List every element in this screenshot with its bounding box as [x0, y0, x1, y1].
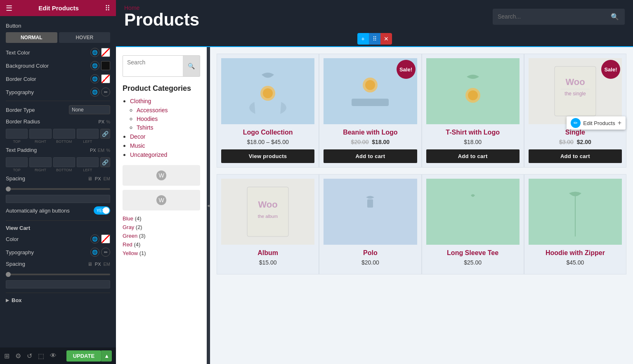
- color-filter-yellow: Yellow (1): [123, 249, 200, 257]
- vc-sp-px-unit[interactable]: PX: [95, 262, 101, 267]
- color-filter-gray-link[interactable]: Gray (2): [123, 224, 142, 230]
- sidebar-search-btn[interactable]: 🔍: [183, 56, 200, 76]
- text-padding-labels: TOP RIGHT BOTTOM LEFT: [6, 168, 110, 172]
- color-filter-blue-link[interactable]: Blue (4): [123, 215, 142, 222]
- text-padding-bottom[interactable]: [53, 157, 75, 167]
- pct-unit[interactable]: %: [106, 119, 110, 124]
- price-sale-beanie: $18.00: [372, 139, 390, 145]
- subcat-accessories-link[interactable]: Accessories: [137, 107, 168, 113]
- eye-icon[interactable]: 👁: [50, 352, 57, 359]
- vc-color-swatch[interactable]: [101, 234, 110, 243]
- cat-uncategorized-link[interactable]: Uncategorized: [130, 151, 167, 158]
- typography-edit-btn[interactable]: ✏: [101, 87, 110, 97]
- single-svg: Woo the single: [553, 64, 598, 118]
- border-radius-right[interactable]: [29, 129, 51, 139]
- settings-icon[interactable]: ⚙: [15, 352, 21, 360]
- svg-text:the single: the single: [565, 91, 586, 97]
- subcat-tshirts-link[interactable]: Tshirts: [137, 124, 153, 131]
- categories-title: Product Categories: [123, 84, 200, 93]
- vc-spacing-value-input[interactable]: [6, 280, 110, 288]
- tp-px-unit[interactable]: PX: [90, 148, 96, 153]
- spacing-value-input[interactable]: [6, 195, 110, 203]
- product-price-polo: $20.00: [361, 259, 379, 266]
- text-padding-top[interactable]: [6, 157, 28, 167]
- auto-align-row: Automatically align buttons YES: [6, 206, 110, 215]
- tooltip-add-icon[interactable]: +: [618, 119, 621, 127]
- auto-align-toggle[interactable]: YES: [94, 206, 110, 215]
- cat-clothing: Clothing Accessories Hoodies Tshirts: [130, 97, 200, 131]
- vc-sp-em-unit[interactable]: EM: [104, 262, 111, 267]
- product-card-tshirt: T-Shirt with Logo $18.00 Add to cart: [422, 54, 524, 168]
- text-padding-link-btn[interactable]: 🔗: [100, 157, 110, 167]
- typography-global-btn[interactable]: 🌐: [90, 87, 99, 97]
- border-color-global-btn[interactable]: 🌐: [90, 74, 99, 83]
- border-type-select[interactable]: None Solid Dashed: [69, 105, 110, 114]
- subcat-hoodies-link[interactable]: Hoodies: [137, 116, 158, 122]
- vc-spacing-value-container: [6, 280, 110, 288]
- normal-hover-toggle: NORMAL HOVER: [6, 32, 110, 43]
- update-button[interactable]: UPDATE: [66, 350, 101, 362]
- text-color-row: Text Color 🌐: [6, 48, 110, 57]
- tp-pct-unit[interactable]: %: [106, 148, 110, 153]
- sidebar-search-input[interactable]: [123, 56, 183, 69]
- layers-icon[interactable]: ⊞: [4, 352, 9, 360]
- svg-rect-7: [352, 99, 389, 106]
- move-btn[interactable]: ⠿: [369, 33, 380, 45]
- hover-toggle-btn[interactable]: HOVER: [59, 32, 111, 43]
- products-grid-row2: Woo the album Album $15.00: [210, 174, 633, 281]
- text-padding-right[interactable]: [29, 157, 51, 167]
- add-to-cart-tshirt-btn[interactable]: Add to cart: [426, 149, 520, 163]
- vc-typography-global-btn[interactable]: 🌐: [90, 248, 99, 257]
- tp-em-unit[interactable]: EM: [98, 148, 105, 153]
- vc-color-global-btn[interactable]: 🌐: [90, 234, 99, 243]
- cat-clothing-link[interactable]: Clothing: [130, 98, 151, 104]
- add-element-btn[interactable]: +: [357, 33, 369, 45]
- color-filter-blue: Blue (4): [123, 215, 200, 222]
- color-filter-green-link[interactable]: Green (3): [123, 233, 146, 239]
- toggle-pill[interactable]: YES: [94, 206, 110, 215]
- tooltip-edit-icon[interactable]: ✏: [571, 118, 581, 128]
- text-color-swatch[interactable]: [101, 48, 110, 57]
- bg-color-global-btn[interactable]: 🌐: [90, 61, 99, 70]
- normal-toggle-btn[interactable]: NORMAL: [6, 32, 57, 43]
- bg-color-swatch[interactable]: [101, 61, 110, 70]
- page-title: Products: [124, 11, 199, 28]
- view-products-btn[interactable]: View products: [221, 149, 314, 163]
- border-radius-link-btn[interactable]: 🔗: [100, 129, 110, 139]
- cat-music-link[interactable]: Music: [130, 142, 145, 149]
- hamburger-icon[interactable]: ☰: [6, 4, 12, 13]
- border-radius-labels: TOP RIGHT BOTTOM LEFT: [6, 139, 110, 144]
- remove-btn[interactable]: ✕: [380, 33, 392, 45]
- color-filter-red-link[interactable]: Red (4): [123, 241, 140, 248]
- border-radius-inputs: 🔗: [6, 129, 110, 139]
- sidebar-resize-handle[interactable]: ◂: [207, 47, 210, 364]
- product-price-beanie: $20.00 $18.00: [351, 139, 390, 145]
- add-to-cart-beanie-btn[interactable]: Add to cart: [324, 149, 417, 163]
- color-filter-yellow-link[interactable]: Yellow (1): [123, 250, 146, 256]
- text-padding-left[interactable]: [77, 157, 99, 167]
- responsive-icon[interactable]: ⬚: [38, 352, 44, 360]
- box-section[interactable]: ▶ Box: [6, 297, 110, 303]
- search-input[interactable]: [493, 9, 605, 24]
- history-icon[interactable]: ↺: [27, 352, 32, 360]
- vc-typography-edit-btn[interactable]: ✏: [101, 248, 110, 257]
- px-unit[interactable]: PX: [99, 119, 105, 124]
- sp-px-unit[interactable]: PX: [95, 176, 101, 181]
- border-radius-top[interactable]: [6, 129, 28, 139]
- vc-spacing-slider[interactable]: [6, 274, 110, 275]
- spacing-slider[interactable]: [6, 188, 110, 190]
- border-radius-bottom[interactable]: [53, 129, 75, 139]
- product-name-album: Album: [257, 249, 278, 257]
- product-card-logo-collection: Logo Collection $18.00 – $45.00 View pro…: [217, 54, 319, 168]
- cat-decor-link[interactable]: Decor: [130, 133, 145, 140]
- sp-em-unit[interactable]: EM: [104, 176, 111, 181]
- update-arrow-btn[interactable]: ▲: [101, 350, 112, 362]
- search-button[interactable]: 🔍: [605, 9, 625, 25]
- product-card-single: Sale! Woo the single Single $3.00 $2.00: [524, 54, 626, 168]
- border-color-swatch[interactable]: [101, 74, 110, 83]
- border-radius-left[interactable]: [77, 129, 99, 139]
- add-to-cart-single-btn[interactable]: Add to cart: [529, 149, 622, 163]
- text-color-global-btn[interactable]: 🌐: [90, 48, 99, 57]
- monitor-icon: 🖥: [87, 176, 92, 182]
- grid-icon[interactable]: ⠿: [105, 4, 110, 13]
